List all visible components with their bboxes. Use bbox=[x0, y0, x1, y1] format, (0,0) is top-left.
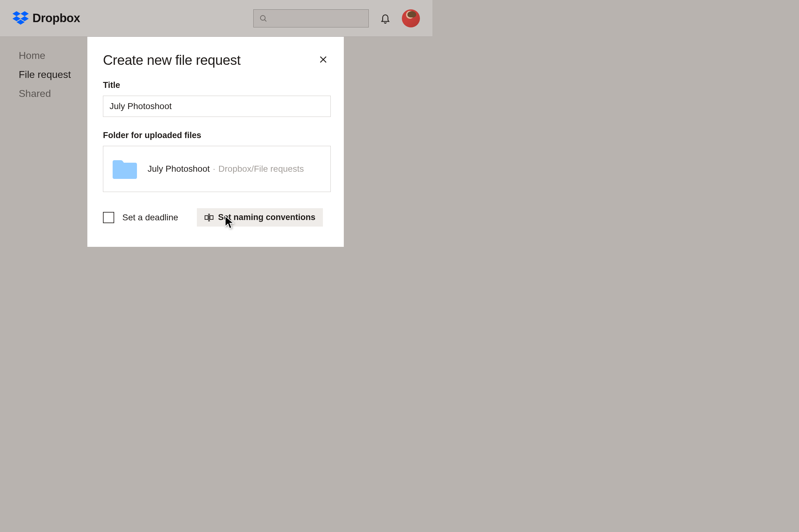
brand-logo[interactable]: Dropbox bbox=[13, 11, 80, 25]
svg-line-6 bbox=[265, 20, 266, 21]
naming-button-label: Set naming conventions bbox=[218, 212, 315, 222]
title-input[interactable]: July Photoshoot bbox=[103, 96, 331, 117]
user-avatar[interactable] bbox=[402, 10, 420, 27]
text-cursor-icon bbox=[204, 213, 214, 222]
deadline-checkbox[interactable] bbox=[103, 212, 114, 223]
deadline-label: Set a deadline bbox=[122, 212, 178, 223]
brand-name: Dropbox bbox=[33, 12, 80, 25]
folder-separator: · bbox=[213, 164, 215, 174]
close-icon bbox=[319, 55, 328, 65]
folder-icon bbox=[111, 158, 138, 180]
svg-marker-1 bbox=[21, 11, 29, 16]
notifications-icon[interactable] bbox=[380, 13, 391, 24]
close-button[interactable] bbox=[318, 55, 328, 65]
modal-title: Create new file request bbox=[103, 52, 240, 68]
folder-location: Dropbox/File requests bbox=[218, 164, 304, 174]
svg-marker-0 bbox=[13, 11, 21, 16]
deadline-option[interactable]: Set a deadline bbox=[103, 212, 178, 223]
sidebar-item-file-request[interactable]: File request bbox=[19, 69, 71, 80]
search-icon bbox=[259, 14, 267, 22]
search-input[interactable] bbox=[253, 10, 369, 27]
folder-field-label: Folder for uploaded files bbox=[103, 131, 328, 140]
folder-name: July Photoshoot bbox=[148, 164, 210, 174]
svg-rect-9 bbox=[205, 216, 208, 220]
folder-path-text: July Photoshoot · Dropbox/File requests bbox=[148, 164, 304, 174]
sidebar-item-shared[interactable]: Shared bbox=[19, 88, 71, 99]
set-naming-conventions-button[interactable]: Set naming conventions bbox=[197, 208, 323, 227]
title-input-value: July Photoshoot bbox=[109, 101, 171, 111]
app-header: Dropbox bbox=[0, 0, 432, 37]
dropbox-icon bbox=[13, 11, 29, 25]
sidebar-nav: Home File request Shared bbox=[19, 50, 71, 99]
folder-selector[interactable]: July Photoshoot · Dropbox/File requests bbox=[103, 146, 331, 192]
svg-point-5 bbox=[260, 15, 265, 20]
svg-rect-10 bbox=[210, 216, 213, 220]
sidebar-item-home[interactable]: Home bbox=[19, 50, 71, 61]
title-field-label: Title bbox=[103, 80, 328, 90]
create-file-request-modal: Create new file request Title July Photo… bbox=[87, 37, 344, 247]
